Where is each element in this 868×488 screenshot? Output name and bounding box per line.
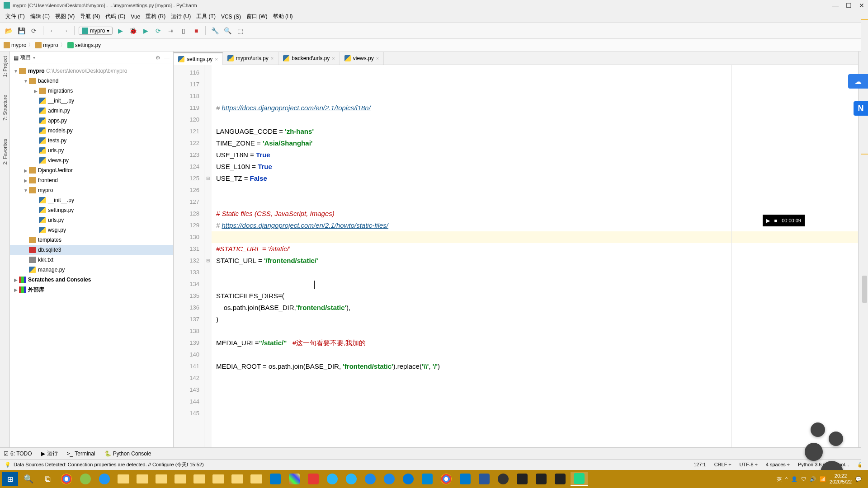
menu-item[interactable]: 编辑 (E) (28, 12, 52, 21)
search-icon[interactable]: 🔍 (222, 26, 232, 36)
tree-item[interactable]: __init__.py (10, 195, 173, 205)
tree-item[interactable]: kkk.txt (10, 255, 173, 265)
close-tab-icon[interactable]: × (376, 56, 379, 61)
menu-item[interactable]: 文件 (F) (4, 12, 27, 21)
folder-icon[interactable] (229, 472, 246, 486)
media-overlay[interactable]: ▶ ■ 00:00:09 (763, 215, 805, 226)
tree-item[interactable]: ▶外部库 (10, 285, 173, 295)
code-line[interactable] (212, 231, 858, 243)
code-line[interactable]: USE_I18N = True (216, 149, 858, 161)
menu-item[interactable]: 重构 (R) (144, 12, 167, 21)
terminal-icon[interactable] (514, 472, 531, 486)
code-line[interactable]: MEDIA_ROOT = os.path.join(BASE_DIR, 'fro… (216, 361, 858, 372)
app-icon[interactable] (495, 472, 512, 486)
toolwindow-tab[interactable]: 2: Favorites (2, 139, 8, 164)
app-icon[interactable] (286, 472, 303, 486)
folder-icon[interactable] (210, 472, 227, 486)
tray-notification-icon[interactable]: 💬 (855, 476, 862, 482)
tree-item[interactable]: urls.py (10, 145, 173, 155)
tree-item[interactable]: settings.py (10, 205, 173, 215)
code-line[interactable] (216, 443, 858, 447)
run-config-selector[interactable]: mypro ▾ (79, 27, 113, 35)
code-line[interactable] (216, 114, 858, 126)
code-line[interactable]: # https://docs.djangoproject.com/en/2.1/… (216, 220, 858, 231)
code-line[interactable] (216, 431, 858, 443)
play-icon[interactable]: ▶ (766, 218, 770, 224)
assist-button-2[interactable] (829, 432, 843, 446)
code-line[interactable] (216, 184, 858, 196)
tree-item[interactable]: db.sqlite3 (10, 245, 173, 255)
tree-item[interactable]: ▼mypro C:\Users\lenovo\Desktop\b\mypro (10, 66, 173, 76)
save-icon[interactable]: 💾 (16, 26, 26, 36)
app-icon[interactable] (343, 472, 360, 486)
close-tab-icon[interactable]: × (332, 56, 335, 61)
tree-arrow-icon[interactable]: ▼ (23, 188, 29, 193)
code-line[interactable] (216, 419, 858, 431)
menu-item[interactable]: 导航 (N) (78, 12, 102, 21)
chrome-icon[interactable] (58, 472, 75, 486)
coverage-icon[interactable]: ▶ (141, 26, 151, 36)
tree-item[interactable]: __init__.py (10, 96, 173, 106)
tree-arrow-icon[interactable]: ▶ (13, 277, 19, 282)
code-line[interactable]: os.path.join(BASE_DIR,'frontend/static')… (216, 302, 858, 314)
tray-security-icon[interactable]: 🛡 (801, 476, 806, 482)
stop-icon[interactable]: ■ (774, 218, 778, 223)
tree-item[interactable]: ▶DjangoUeditor (10, 165, 173, 175)
tree-item[interactable]: ▼mypro (10, 185, 173, 195)
tree-item[interactable]: ▶migrations (10, 86, 173, 96)
app-icon[interactable] (77, 472, 94, 486)
fold-gutter[interactable]: ⊟ ⊟ (204, 65, 212, 447)
debug-icon[interactable]: 🐞 (128, 26, 138, 36)
breadcrumb-item[interactable]: mypro (4, 42, 26, 48)
breadcrumb-item[interactable]: settings.py (67, 42, 101, 48)
ie-icon[interactable] (362, 472, 379, 486)
edge-icon[interactable] (400, 472, 417, 486)
breadcrumb-item[interactable]: mypro (35, 42, 58, 48)
code-content[interactable]: # https://docs.djangoproject.com/en/2.1/… (212, 65, 858, 447)
run-icon[interactable]: ▶ (115, 26, 125, 36)
tree-item[interactable]: manage.py (10, 265, 173, 275)
tree-item[interactable]: wsgi.py (10, 225, 173, 235)
assist-button-3[interactable] (805, 443, 823, 461)
menu-item[interactable]: VCS (S) (219, 13, 243, 21)
code-line[interactable]: # Static files (CSS, JavaScript, Images) (216, 208, 858, 220)
menu-item[interactable]: 运行 (U) (169, 12, 193, 21)
code-line[interactable]: # https://docs.djangoproject.com/en/2.1/… (216, 102, 858, 114)
code-line[interactable]: USE_TZ = False (216, 173, 858, 184)
app-icon[interactable] (419, 472, 436, 486)
folder-icon[interactable] (153, 472, 170, 486)
tree-arrow-icon[interactable]: ▶ (33, 89, 39, 94)
bottom-tool-tab[interactable]: ☑6: TODO (4, 450, 32, 457)
code-line[interactable] (216, 384, 858, 396)
tray-lang[interactable]: 英 (777, 476, 782, 483)
menu-item[interactable]: 工具 (T) (194, 12, 217, 21)
word-icon[interactable] (476, 472, 493, 486)
app-icon[interactable] (305, 472, 322, 486)
pycharm-icon[interactable] (571, 472, 588, 486)
tree-item[interactable]: ▶Scratches and Consoles (10, 275, 173, 285)
code-line[interactable] (216, 372, 858, 384)
tray-wifi-icon[interactable]: 📶 (820, 476, 826, 482)
status-field[interactable]: UTF-8 ÷ (739, 462, 757, 468)
vscode-icon[interactable] (457, 472, 474, 486)
toolwindow-tab[interactable]: 7: Structure (2, 95, 8, 121)
close-button[interactable]: ✕ (859, 2, 864, 9)
tree-arrow-icon[interactable]: ▶ (23, 168, 29, 173)
code-line[interactable] (216, 349, 858, 361)
tray-network-icon[interactable]: 🔊 (810, 476, 816, 482)
code-line[interactable] (216, 267, 858, 278)
tree-arrow-icon[interactable]: ▼ (23, 79, 29, 84)
terminal-icon[interactable] (552, 472, 569, 486)
cloud-badge-icon[interactable]: ☁ (848, 74, 868, 89)
app-icon[interactable] (96, 472, 113, 486)
code-line[interactable] (216, 196, 858, 208)
menu-item[interactable]: 视图 (V) (53, 12, 76, 21)
tree-item[interactable]: ▶frontend (10, 175, 173, 185)
tree-item[interactable]: models.py (10, 126, 173, 136)
open-icon[interactable]: 📂 (4, 26, 14, 36)
stop-icon[interactable]: ■ (191, 26, 201, 36)
chevron-down-icon[interactable]: ▾ (33, 55, 35, 60)
code-line[interactable]: STATICFILES_DIRS=( (216, 290, 858, 302)
code-line[interactable]: #STATIC_URL = '/static/' (216, 243, 858, 255)
tray-people-icon[interactable]: 👤 (791, 476, 797, 482)
